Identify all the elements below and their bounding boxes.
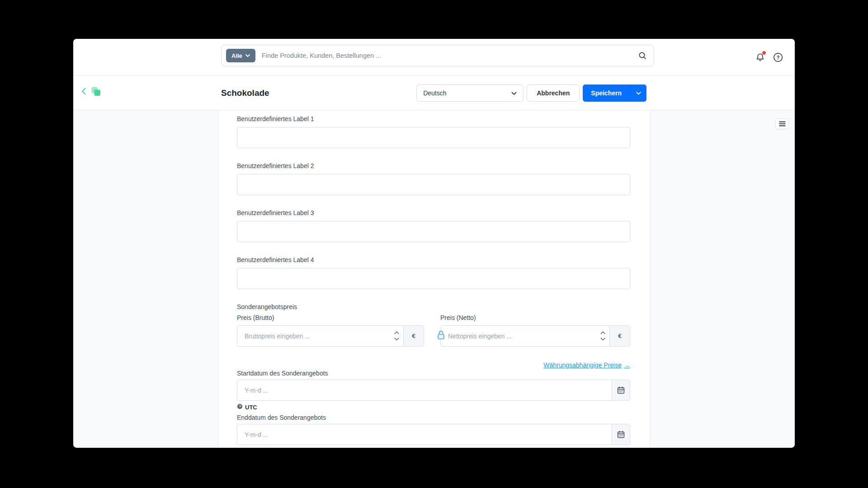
custom-label-2-label: Benutzerdefiniertes Label 2 [237, 161, 630, 170]
chevron-down-icon [245, 54, 250, 57]
net-price-label: Preis (Netto) [440, 313, 630, 322]
start-date-field [237, 380, 630, 401]
save-split-button: Speichern [583, 84, 646, 102]
clock-icon [237, 403, 243, 411]
back-chevron-icon[interactable] [80, 86, 88, 97]
gross-price-label: Preis (Brutto) [237, 313, 424, 322]
custom-label-1-input[interactable] [237, 127, 630, 148]
custom-label-4-input[interactable] [237, 268, 630, 289]
custom-label-3-label: Benutzerdefiniertes Label 3 [237, 208, 630, 217]
left-sidebar [73, 110, 218, 447]
calendar-icon[interactable] [612, 380, 630, 400]
currency-dependent-prices-link[interactable]: Währungsabhängige Preise → [543, 361, 630, 369]
context-menu-hamburger-icon[interactable] [775, 118, 789, 129]
custom-label-4-label: Benutzerdefiniertes Label 4 [237, 255, 630, 264]
custom-label-1-label: Benutzerdefiniertes Label 1 [237, 114, 630, 123]
net-price-stepper [596, 326, 609, 346]
net-price-input[interactable] [441, 326, 596, 346]
currency-suffix: € [403, 326, 424, 346]
gross-price-input[interactable] [237, 326, 390, 346]
search-type-label: Alle [231, 52, 242, 59]
timezone-label: UTC [245, 404, 257, 411]
product-module-copy-icon [91, 86, 101, 97]
topbar-icons: ? [755, 39, 795, 76]
language-select[interactable]: Deutsch [416, 84, 524, 102]
gross-price-column: Preis (Brutto) € [237, 313, 424, 347]
global-search-bar: Alle [221, 45, 654, 66]
page-title: Schokolade [221, 76, 269, 110]
search-input[interactable] [255, 52, 638, 59]
custom-label-4-group: Benutzerdefiniertes Label 4 [237, 255, 630, 289]
main-content: Benutzerdefiniertes Label 1 Benutzerdefi… [218, 110, 650, 447]
currency-link-row: Währungsabhängige Preise → [237, 361, 630, 369]
stepper-down-icon[interactable] [600, 338, 605, 341]
custom-label-3-group: Benutzerdefiniertes Label 3 [237, 208, 630, 242]
start-date-group: Startdatum des Sonderangebots UTC [237, 369, 630, 411]
product-price-form: Benutzerdefiniertes Label 1 Benutzerdefi… [218, 110, 630, 445]
topbar: Alle ? [73, 39, 795, 76]
notifications-bell-icon[interactable] [755, 52, 765, 62]
currency-suffix: € [609, 326, 630, 346]
chevron-down-icon [511, 89, 517, 97]
net-price-column: Preis (Netto) € [440, 313, 630, 347]
save-options-chevron-icon[interactable] [630, 84, 646, 102]
custom-label-1-group: Benutzerdefiniertes Label 1 [237, 114, 630, 148]
custom-label-2-input[interactable] [237, 174, 630, 195]
special-price-row: Preis (Brutto) € [237, 313, 630, 347]
start-date-label: Startdatum des Sonderangebots [237, 369, 630, 378]
end-date-input[interactable] [237, 424, 612, 445]
gross-price-stepper [390, 326, 403, 346]
stepper-up-icon[interactable] [600, 331, 605, 334]
arrow-right-icon: → [623, 361, 630, 369]
cancel-button[interactable]: Abbrechen [527, 84, 580, 102]
svg-text:?: ? [777, 55, 780, 60]
save-button[interactable]: Speichern [583, 84, 630, 102]
help-icon[interactable]: ? [773, 52, 783, 62]
timezone-row: UTC [237, 404, 630, 411]
smartbar-actions: Deutsch Abbrechen Speichern [416, 84, 646, 102]
currency-link-label: Währungsabhängige Preise [543, 361, 622, 369]
gross-price-field: € [237, 325, 424, 347]
custom-label-3-input[interactable] [237, 221, 630, 242]
end-date-label: Enddatum des Sonderangebots [237, 413, 630, 422]
search-icon[interactable] [638, 52, 646, 60]
custom-label-2-group: Benutzerdefiniertes Label 2 [237, 161, 630, 195]
right-sidebar [650, 110, 795, 447]
start-date-input[interactable] [237, 380, 612, 400]
smartbar: Schokolade Deutsch Abbrechen Speichern [73, 76, 795, 110]
search-type-dropdown[interactable]: Alle [226, 49, 255, 62]
end-date-field [237, 424, 630, 445]
app-body: Benutzerdefiniertes Label 1 Benutzerdefi… [73, 110, 795, 447]
stepper-up-icon[interactable] [394, 331, 399, 334]
end-date-group: Enddatum des Sonderangebots [237, 413, 630, 445]
special-price-section-label: Sonderangebotspreis [237, 302, 630, 311]
price-lock-icon[interactable] [437, 330, 445, 340]
language-select-value: Deutsch [423, 89, 446, 97]
calendar-icon[interactable] [612, 424, 630, 445]
net-price-field: € [440, 325, 630, 347]
stepper-down-icon[interactable] [394, 338, 399, 341]
notification-dot [762, 51, 766, 55]
app-window: Alle ? Schokolade [73, 39, 795, 448]
